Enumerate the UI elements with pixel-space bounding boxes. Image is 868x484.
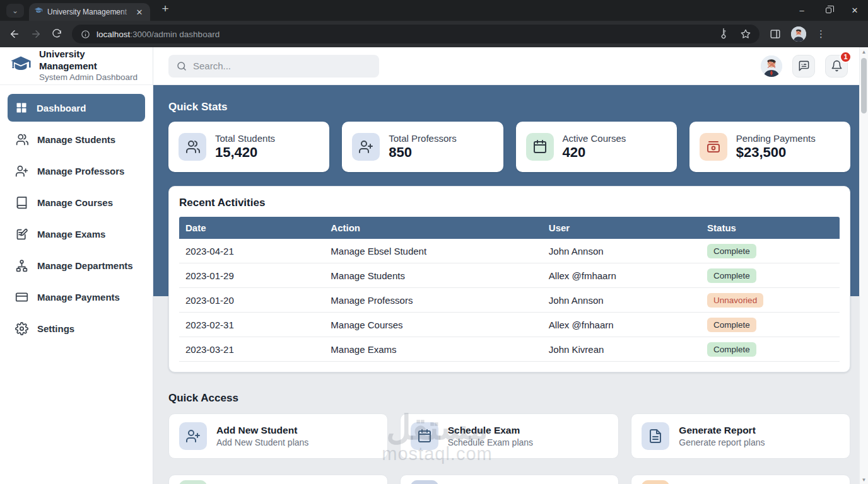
activity-date: 2023-04-21: [179, 246, 324, 256]
quick-access-card-title: Generate Report: [679, 425, 765, 436]
sidebar-item-manage-professors[interactable]: Manage Professors: [8, 157, 145, 185]
sidebar-item-label: Settings: [37, 323, 74, 334]
stat-label: Total Professors: [389, 133, 457, 144]
stat-value: $23,500: [736, 144, 816, 161]
sidebar-item-manage-students[interactable]: Manage Students: [8, 125, 145, 153]
browser-tab[interactable]: University Management Syste ✕: [29, 3, 150, 21]
tab-search-button[interactable]: ⌄: [6, 4, 24, 18]
activity-action: Manage Ebsel Student: [324, 246, 542, 256]
restore-button[interactable]: [815, 0, 842, 21]
partial-icon: [411, 480, 438, 484]
notification-badge: 1: [840, 51, 852, 63]
search-input[interactable]: [193, 60, 372, 71]
quick-stats-section: Quick Stats Total Students 15,420 Total …: [153, 85, 868, 296]
sidebar-item-label: Manage Payments: [37, 292, 120, 302]
sidebar-item-label: Manage Professors: [37, 166, 124, 176]
quick-access-card-partial[interactable]: [631, 475, 850, 484]
gear-icon: [15, 322, 28, 335]
quick-access-card-partial[interactable]: [168, 475, 388, 484]
quick-access-schedule-exam[interactable]: Schedule Exam Schedule Exam plans: [400, 413, 619, 459]
column-header-status: Status: [701, 222, 840, 233]
credit-card-icon: [15, 291, 28, 304]
browser-menu-icon[interactable]: ⋮: [816, 28, 826, 40]
browser-tab-strip: ⌄ University Management Syste ✕ + – ✕: [0, 0, 868, 21]
site-info-icon[interactable]: [81, 30, 90, 39]
favicon-graduation-cap-icon: [34, 6, 43, 18]
stat-value: 850: [389, 144, 457, 161]
user-avatar[interactable]: [761, 55, 782, 77]
table-header: Date Action User Status: [179, 217, 840, 239]
bell-icon: [831, 60, 843, 72]
browser-toolbar: localhost:3000/admin dashboard ⋮: [0, 21, 868, 47]
grid-icon: [15, 101, 28, 114]
scroll-down-icon[interactable]: ▼: [860, 475, 868, 484]
status-badge: Complete: [707, 342, 756, 357]
stat-card-total-students: Total Students 15,420: [168, 122, 329, 172]
quick-access-card-subtitle: Schedule Exam plans: [448, 437, 533, 447]
reload-icon[interactable]: [52, 29, 62, 39]
bookmark-star-icon[interactable]: [741, 29, 751, 39]
sidebar: University Management System Admin Dashb…: [0, 47, 153, 484]
brand-subtitle: System Admin Dashboard: [39, 72, 144, 83]
page-scrollbar[interactable]: ▲ ▼: [859, 47, 868, 484]
tab-close-icon[interactable]: ✕: [134, 6, 145, 18]
hierarchy-icon: [15, 259, 28, 272]
close-button[interactable]: ✕: [842, 0, 868, 21]
stat-value: 15,420: [215, 144, 275, 161]
window-controls: – ✕: [789, 0, 868, 21]
user-plus-icon: [179, 422, 207, 450]
status-badge: Unnavoried: [707, 293, 763, 308]
status-badge: Complete: [707, 318, 756, 332]
table-row: 2023-04-21 Manage Ebsel Student John Ann…: [179, 239, 840, 263]
side-panel-icon[interactable]: [770, 28, 781, 40]
activity-action: Manage Exams: [324, 344, 542, 355]
search-icon: [176, 60, 187, 72]
forward-icon[interactable]: [30, 28, 42, 40]
activity-user: John Kivrean: [542, 344, 701, 355]
chat-icon: [798, 60, 810, 72]
stat-label: Active Courses: [563, 133, 626, 144]
tab-title-fade: [120, 3, 134, 21]
sidebar-item-manage-exams[interactable]: Manage Exams: [8, 220, 145, 248]
url-text: localhost:3000/admin dashboard: [97, 30, 220, 39]
sidebar-item-settings[interactable]: Settings: [8, 314, 145, 342]
quick-access-card-partial[interactable]: [400, 475, 619, 484]
calendar-icon: [526, 133, 554, 161]
status-badge: Complete: [707, 268, 756, 283]
sidebar-item-manage-departments[interactable]: Manage Departments: [8, 251, 145, 279]
sidebar-item-manage-courses[interactable]: Manage Courses: [8, 188, 145, 216]
new-tab-button[interactable]: +: [158, 2, 173, 16]
sidebar-item-label: Dashboard: [37, 103, 86, 113]
sidebar-nav: Dashboard Manage Students Manage Profess…: [0, 85, 153, 355]
quick-access-title: Quick Access: [168, 392, 850, 405]
messages-button[interactable]: [792, 55, 815, 78]
sidebar-item-label: Manage Students: [37, 134, 115, 145]
scroll-up-icon[interactable]: ▲: [860, 47, 868, 56]
back-icon[interactable]: [9, 28, 20, 40]
search-box[interactable]: [168, 55, 379, 78]
activity-user: Allex @fnhaarn: [542, 320, 701, 330]
stat-label: Pending Payments: [736, 133, 816, 144]
browser-profile-avatar[interactable]: [791, 26, 806, 42]
wallet-icon: [700, 133, 727, 161]
column-header-action: Action: [324, 222, 542, 233]
activity-date: 2023-02-31: [179, 320, 324, 330]
quick-access-add-new-student[interactable]: Add New Student Add New Student plans: [168, 413, 388, 459]
url-bar[interactable]: localhost:3000/admin dashboard: [72, 25, 760, 43]
activity-action: Manage Professors: [324, 295, 542, 306]
scrollbar-thumb[interactable]: [861, 58, 867, 113]
activity-action: Manage Courses: [324, 320, 542, 330]
minimize-button[interactable]: –: [789, 0, 815, 21]
stat-card-total-professors: Total Professors 850: [342, 122, 503, 172]
quick-access-row-partial: [168, 475, 850, 484]
sidebar-item-dashboard[interactable]: Dashboard: [8, 94, 145, 122]
stat-label: Total Students: [215, 133, 275, 144]
activity-date: 2023-01-20: [179, 295, 324, 306]
sidebar-item-manage-payments[interactable]: Manage Payments: [8, 283, 145, 311]
table-row: 2023-01-29 Manage Students Allex @fmhaar…: [179, 263, 840, 288]
recent-activities-card: Recent Activities Date Action User Statu…: [168, 186, 850, 372]
quick-access-generate-report[interactable]: Generate Report Generate report plans: [631, 413, 850, 459]
activity-date: 2023-01-29: [179, 270, 324, 281]
notifications-button[interactable]: 1: [825, 55, 848, 78]
password-key-icon[interactable]: [719, 29, 729, 39]
